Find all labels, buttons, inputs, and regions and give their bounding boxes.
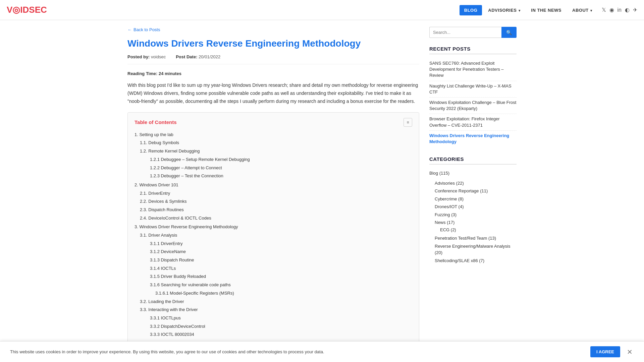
toc-item-3-3-3: 3.3.3 IOCTL 80002034 [150,330,412,339]
category-link-conference-reportage[interactable]: Conference Reportage (11) [435,188,488,193]
toc-link-2[interactable]: 2. Windows Driver 101 [135,182,178,187]
linkedin-icon[interactable]: in [618,7,622,13]
toc-link-1-2-1[interactable]: 1.2.1 Debuggee – Setup Remote Kernel Deb… [150,157,250,162]
advisories-dropdown-arrow: ▾ [518,9,521,12]
nav-item-about[interactable]: ABOUT ▾ [568,7,597,13]
toc-link-1[interactable]: 1. Setting up the lab [135,132,173,137]
toc-item-3-1-6: 3.1.6 Searching for vulnerable code path… [150,281,412,297]
advisories-link[interactable]: ADVISORIES ▾ [483,5,525,15]
toc-link-3-1-1[interactable]: 3.1.1 DriverEntry [150,241,183,246]
recent-post-item[interactable]: Naughty List Challenge Write-Up – X-MAS … [429,81,517,98]
toc-link-3-3-3[interactable]: 3.3.3 IOCTL 80002034 [150,332,194,337]
navbar: V◎IDSEC BLOG ADVISORIES ▾ IN THE NEWS AB… [0,0,644,20]
recent-post-item[interactable]: Windows Exploitation Challenge – Blue Fr… [429,98,517,114]
toc-item-3-1-5: 3.1.5 Driver Buddy Reloaded [150,273,412,281]
toc-item-3-3-1: 3.3.1 IOCTLpus [150,314,412,322]
recent-post-item[interactable]: Windows Drivers Reverse Engineering Meth… [429,131,517,147]
toc-list: 1. Setting up the lab 1.1. Debug Symbols… [135,131,412,362]
category-link-news[interactable]: News (17) [435,220,454,225]
category-link-reverse-engineering[interactable]: Reverse Engineering/Malware Analysis (20… [435,244,510,255]
category-link-blog[interactable]: Blog (115) [429,171,449,176]
toc-item-1-2-3: 1.2.3 Debugger – Test the Connection [150,172,412,180]
toc-link-3-1-4[interactable]: 3.1.4 IOCTLs [150,266,176,271]
toc-link-2-3[interactable]: 2.3. Dispatch Routines [140,207,184,212]
blog-link[interactable]: BLOG [460,5,482,15]
nav-item-advisories[interactable]: ADVISORIES ▾ [483,7,525,13]
toc-link-2-4[interactable]: 2.4. DeviceIoControl & IOCTL Codes [140,216,211,221]
recent-post-link-3[interactable]: Windows Exploitation Challenge – Blue Fr… [429,100,516,111]
toc-item-3-1-4: 3.1.4 IOCTLs [150,264,412,273]
search-input[interactable] [429,27,501,38]
category-item-cybercrime: Cybercrime (8) [435,195,517,203]
post-date: Post Date: 20/01/2022 [176,54,220,59]
back-to-posts-label: Back to Posts [133,27,160,32]
about-link[interactable]: ABOUT ▾ [568,5,597,15]
toc-link-1-2-3[interactable]: 1.2.3 Debugger – Test the Connection [150,173,223,178]
toc-item-1: 1. Setting up the lab 1.1. Debug Symbols… [135,131,412,180]
toc-link-3-3-1[interactable]: 3.3.1 IOCTLpus [150,315,181,320]
toc-link-3-1[interactable]: 3.1. Driver Analysis [140,233,177,238]
toc-item-2: 2. Windows Driver 101 2.1. DriverEntry 2… [135,181,412,222]
search-button[interactable]: 🔍 [501,27,517,38]
recent-post-item[interactable]: Browser Exploitation: Firefox Integer Ov… [429,114,517,130]
toc-item-3-3-2: 3.3.2 DispatchDeviceControl [150,322,412,331]
recent-post-link-1[interactable]: SANS SEC760: Advanced Exploit Developmen… [429,61,504,78]
in-the-news-link[interactable]: IN THE NEWS [526,5,566,15]
twitter-icon[interactable]: 𝕏 [602,7,606,13]
table-of-contents: Table of Contents ≡ 1. Setting up the la… [127,112,419,362]
toc-item-3-1-1: 3.1.1 DriverEntry [150,240,412,248]
categories-list: Blog (115) Advisories (22) Conference Re… [429,169,517,266]
category-link-shellcoding[interactable]: Shellcoding/SLAE x86 (7) [435,258,484,263]
toc-item-3-1-6-1: 3.1.6.1 Model-Specific Registers (MSRs) [155,289,412,298]
telegram-icon[interactable]: ✈ [633,7,637,13]
post-intro: With this blog post I'd like to sum up m… [127,81,419,105]
category-item-conference-reportage: Conference Reportage (11) [435,187,517,195]
toc-link-3-1-2[interactable]: 3.1.2 DeviceName [150,249,186,254]
toc-item-2-1: 2.1. DriverEntry [140,189,412,198]
medium-icon[interactable]: ◐ [625,7,630,13]
recent-post-link-5[interactable]: Windows Drivers Reverse Engineering Meth… [429,133,509,144]
page-container: ← Back to Posts Windows Drivers Reverse … [121,20,523,362]
toc-sub-3-1-6: 3.1.6.1 Model-Specific Registers (MSRs) [150,289,412,298]
category-link-ecg[interactable]: ECG (2) [440,227,456,232]
nav-item-in-the-news[interactable]: IN THE NEWS [526,7,566,13]
category-link-drones-iot[interactable]: Drones/IOT (4) [435,204,464,209]
reading-time-value: 24 minutes [159,71,181,76]
toc-link-1-2[interactable]: 1.2. Remote Kernel Debugging [140,148,200,154]
social-icons: 𝕏 ◉ in ◐ ✈ [602,7,637,13]
category-link-fuzzing[interactable]: Fuzzing (3) [435,212,457,217]
cookie-agree-button[interactable]: I AGREE [590,346,620,357]
nav-item-blog[interactable]: BLOG [460,7,482,13]
toc-link-3-2[interactable]: 3.2. Loading the Driver [140,299,184,304]
toc-link-2-1[interactable]: 2.1. DriverEntry [140,191,170,196]
post-author: Posted by: voidsec [127,54,166,59]
toc-link-3-1-6[interactable]: 3.1.6 Searching for vulnerable code path… [150,282,231,287]
category-link-pentest[interactable]: Penetration Test/Red Team (13) [435,236,496,241]
toc-sub-1-2: 1.2.1 Debuggee – Setup Remote Kernel Deb… [140,156,412,180]
recent-post-link-4[interactable]: Browser Exploitation: Firefox Integer Ov… [429,116,500,127]
toc-link-3-1-5[interactable]: 3.1.5 Driver Buddy Reloaded [150,274,206,279]
toc-link-2-2[interactable]: 2.2. Devices & Symlinks [140,199,186,204]
toc-item-2-4: 2.4. DeviceIoControl & IOCTL Codes [140,214,412,223]
categories-heading: CATEGORIES [429,156,517,165]
site-logo[interactable]: V◎IDSEC [7,5,47,15]
back-to-posts-link[interactable]: ← Back to Posts [127,27,160,32]
toc-link-1-2-2[interactable]: 1.2.2 Debugger – Attempt to Connect [150,165,222,170]
cookie-close-button[interactable]: ✕ [626,348,634,356]
toc-link-3-3-2[interactable]: 3.3.2 DispatchDeviceControl [150,324,205,329]
recent-posts-list: SANS SEC760: Advanced Exploit Developmen… [429,58,517,147]
about-dropdown-arrow: ▾ [589,9,592,12]
toc-link-1-1[interactable]: 1.1. Debug Symbols [140,140,179,145]
rss-icon[interactable]: ◉ [609,7,614,13]
recent-post-item[interactable]: SANS SEC760: Advanced Exploit Developmen… [429,58,517,81]
category-item-fuzzing: Fuzzing (3) [435,211,517,219]
category-item-pentest: Penetration Test/Red Team (13) [435,234,517,242]
category-link-cybercrime[interactable]: Cybercrime (8) [435,196,464,201]
category-link-advisories[interactable]: Advisories (22) [435,181,464,186]
toc-link-3-1-6-1[interactable]: 3.1.6.1 Model-Specific Registers (MSRs) [155,291,234,296]
toc-link-3-1-3[interactable]: 3.1.3 Dispatch Routine [150,257,194,262]
toc-link-3-3[interactable]: 3.3. Interacting with the Driver [140,307,198,312]
toc-toggle-button[interactable]: ≡ [404,118,412,127]
toc-link-3[interactable]: 3. Windows Driver Reverse Engineering Me… [135,224,238,229]
recent-post-link-2[interactable]: Naughty List Challenge Write-Up – X-MAS … [429,83,512,95]
